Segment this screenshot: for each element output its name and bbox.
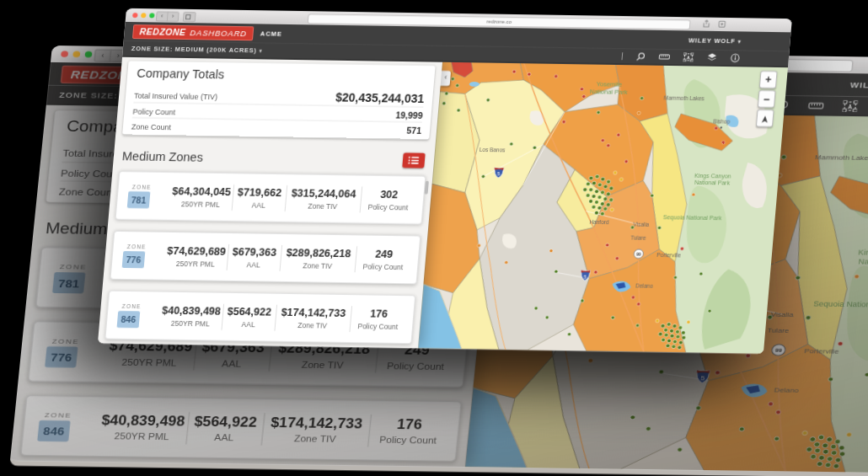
chevron-down-icon: ▾ (737, 39, 741, 44)
foreground-window: ‹ › redzone.co REDZONE DASHBOARD ACME WI… (98, 8, 792, 354)
measure-icon[interactable] (659, 52, 671, 60)
search-icon[interactable] (635, 51, 646, 61)
zone-aal-cell: $564,922AAL (221, 303, 276, 330)
map-label: National Park (694, 179, 731, 186)
zone-tiv-cell: $174,142,733Zone TIV (260, 413, 370, 447)
zone-badge: ZONE 781 (124, 184, 171, 209)
stats-panel: Company Totals Total Insured Value (TIV)… (98, 56, 442, 349)
zone-tiv-cell: $289,826,218Zone TIV (279, 244, 356, 271)
zone-badge: ZONE 846 (114, 302, 161, 328)
user-menu[interactable]: WILEY WOLF▾ (689, 36, 742, 45)
zone-card-846[interactable]: ZONE 846 $40,839,498250YR PML $564,922AA… (20, 395, 462, 462)
measure-icon[interactable] (808, 100, 825, 110)
map-label: Sequoia National Park (813, 301, 868, 310)
zone-list: ZONE 781 $64,304,045250YR PML $719,662AA… (104, 171, 426, 344)
list-icon (408, 156, 421, 164)
zone-policy-cell: 176Policy Count (367, 414, 449, 447)
map-label: Kings Canyon (858, 249, 868, 257)
list-scrollbar[interactable] (425, 181, 429, 195)
svg-text:99: 99 (775, 347, 783, 353)
close-window-button[interactable] (132, 13, 138, 18)
zoom-window-button[interactable] (84, 51, 92, 58)
app-body: 5 5 99 Yosemite National Park Mammoth La… (98, 56, 788, 354)
zone-tiv-cell: $315,244,064Zone TIV (284, 185, 362, 212)
map-label: National Park (858, 258, 868, 266)
hazard-map[interactable]: 5 5 99 Yosemite National Park Mammoth La… (418, 61, 788, 354)
zoom-window-button[interactable] (149, 13, 155, 18)
zone-aal-cell: $564,922AAL (185, 411, 264, 445)
zone-aal-cell: $679,363AAL (226, 243, 281, 270)
redzone-app: REDZONE DASHBOARD ACME WILEY WOLF▾ ZONE … (98, 22, 791, 354)
map-label: Delano (635, 282, 654, 288)
logo-primary-text: REDZONE (139, 26, 186, 37)
account-name: ACME (260, 29, 283, 37)
medium-zones-title: Medium Zones (121, 149, 203, 163)
zone-aal-cell: $719,662AAL (231, 185, 287, 211)
locate-button[interactable] (756, 110, 774, 127)
map-label: National Park (589, 88, 628, 96)
zone-policy-cell: 249Policy Count (354, 246, 412, 273)
zone-card-781[interactable]: ZONE 781 $64,304,045250YR PML $719,662AA… (115, 171, 426, 225)
map-label: Porterville (656, 252, 682, 258)
zone-pml-cell: $64,304,045250YR PML (169, 183, 233, 210)
sidebar-toggle-button[interactable] (183, 12, 196, 22)
zone-size-dropdown[interactable]: ZONE SIZE: MEDIUM (200K ACRES)▾ (131, 45, 263, 54)
map-label: Visalia (770, 310, 794, 318)
zone-card-846[interactable]: ZONE 846 $40,839,498250YR PML $564,922AA… (104, 291, 415, 345)
logo-secondary-text: DASHBOARD (190, 28, 247, 38)
zoom-out-button[interactable]: − (758, 90, 776, 108)
zone-pml-cell: $74,629,689250YR PML (164, 243, 228, 270)
company-totals-title: Company Totals (137, 67, 426, 84)
zone-tiv-cell: $174,142,733Zone TIV (274, 304, 351, 331)
chevron-down-icon: ▾ (259, 48, 262, 53)
window-controls[interactable] (132, 13, 155, 18)
map-label: Los Banos (480, 147, 506, 152)
browser-forward-button[interactable]: › (167, 12, 179, 22)
map-label: Tulare (767, 326, 790, 334)
close-window-button[interactable] (61, 51, 68, 57)
zone-badge: ZONE 846 (33, 410, 100, 441)
share-icon[interactable] (703, 20, 710, 28)
zone-card-776[interactable]: ZONE 776 $74,629,689250YR PML $679,363AA… (110, 231, 421, 285)
redzone-logo[interactable]: REDZONE DASHBOARD (132, 24, 255, 40)
zone-badge: ZONE 776 (40, 336, 107, 367)
map-label: Porterville (804, 347, 839, 356)
map-label: Delano (774, 386, 799, 394)
minimize-window-button[interactable] (141, 13, 147, 18)
select-area-icon[interactable] (683, 52, 694, 62)
svg-text:99: 99 (636, 252, 641, 256)
user-menu[interactable]: WILEY WOLF▾ (850, 80, 868, 90)
hero-canvas: { "browser": { "url": "redzone.co", "bac… (0, 0, 868, 476)
toolbar-divider (622, 52, 624, 60)
zone-badge: ZONE 776 (119, 243, 166, 268)
map-label: Tulare (630, 235, 646, 241)
map-terrain: 5 5 99 Yosemite National Park Mammoth La… (418, 61, 788, 354)
minimize-window-button[interactable] (72, 51, 80, 58)
company-totals-card: Company Totals Total Insured Value (TIV)… (122, 61, 435, 140)
map-label: Mammoth Lakes (663, 95, 705, 102)
zone-policy-cell: 176Policy Count (349, 306, 407, 333)
zone-list-view-button[interactable] (402, 152, 426, 168)
zone-pml-cell: $40,839,498250YR PML (158, 302, 222, 329)
info-icon[interactable] (730, 53, 740, 62)
panel-collapse-button[interactable]: ‹ (441, 71, 452, 86)
select-area-icon[interactable] (843, 100, 858, 112)
zoom-in-button[interactable]: + (759, 71, 778, 88)
zone-policy-cell: 302Policy Count (359, 186, 417, 213)
new-tab-icon[interactable] (718, 20, 726, 28)
map-label: Visalia (633, 222, 650, 227)
layers-icon[interactable] (706, 52, 717, 62)
zone-pml-cell: $40,839,498250YR PML (97, 410, 188, 444)
map-label: Hanford (589, 219, 609, 225)
window-controls[interactable] (61, 51, 93, 57)
map-label: Mammoth Lakes (815, 153, 868, 162)
